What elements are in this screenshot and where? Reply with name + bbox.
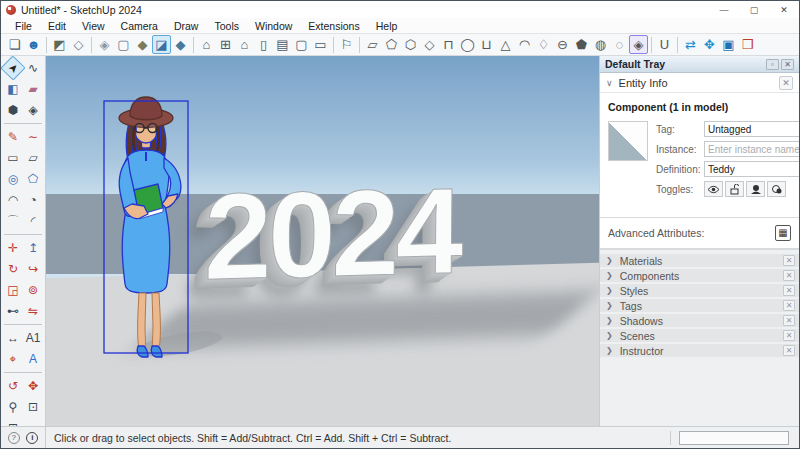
definition-input[interactable]	[704, 161, 800, 177]
section-close-button[interactable]: ✕	[783, 315, 795, 326]
section-materials[interactable]: ❯ Materials ✕	[600, 254, 799, 269]
style-wireframe-icon[interactable]: ◇	[69, 35, 88, 54]
menu-file[interactable]: File	[7, 20, 40, 32]
menu-draw[interactable]: Draw	[166, 20, 207, 32]
minimize-button[interactable]: —	[709, 1, 739, 18]
shape-crystal-icon[interactable]: ◈	[629, 35, 648, 54]
component-teddy[interactable]	[94, 94, 224, 366]
style-textured-icon[interactable]: ◪	[152, 35, 171, 54]
locked-toggle[interactable]	[725, 181, 744, 197]
entity-info-header[interactable]: ∨ Entity Info ✕	[600, 73, 799, 93]
component-cabinet-icon[interactable]: ▤	[273, 35, 292, 54]
zoom-tool[interactable]: ⚲	[4, 398, 22, 416]
shape-torus-icon[interactable]: ⊖	[553, 35, 572, 54]
shape-gem-icon[interactable]: ♢	[534, 35, 553, 54]
move-tool[interactable]: ✛	[4, 239, 22, 257]
component-frame-icon[interactable]: ▭	[311, 35, 330, 54]
three-d-text-tool[interactable]: A	[24, 350, 42, 368]
shape-geosphere-icon[interactable]: ◍	[591, 35, 610, 54]
arc-tool[interactable]: ◠	[4, 191, 22, 209]
hide-similar-toggle[interactable]	[767, 181, 786, 197]
tray-close-button[interactable]: ✕	[781, 59, 794, 70]
advanced-attributes-button[interactable]: ▦	[775, 225, 791, 241]
zoom-window-tool[interactable]: ⊡	[24, 398, 42, 416]
style-shaded-icon[interactable]: ◩	[50, 35, 69, 54]
shape-mesh-sphere-icon[interactable]: ◌	[610, 35, 629, 54]
component-blank-icon[interactable]: ▢	[292, 35, 311, 54]
text-tool[interactable]: A1	[24, 329, 42, 347]
push-pull-tool[interactable]: ↥	[24, 239, 42, 257]
component-window-icon[interactable]: ⊞	[216, 35, 235, 54]
axes-tool[interactable]: ⌖	[4, 350, 22, 368]
tape-measure-tool[interactable]: ⊷	[4, 302, 22, 320]
circle-tool[interactable]: ◎	[4, 170, 22, 188]
info-icon[interactable]: i	[26, 432, 38, 444]
section-close-button[interactable]: ✕	[783, 270, 795, 281]
rotate-tool[interactable]: ↻	[4, 260, 22, 278]
style-monochrome-icon[interactable]: ◆	[171, 35, 190, 54]
shape-diamond-icon[interactable]: ◇	[420, 35, 439, 54]
menu-extensions[interactable]: Extensions	[300, 20, 367, 32]
sign-in-icon[interactable]: ☻	[24, 35, 43, 54]
send-to-layout-icon[interactable]: ❒	[738, 35, 757, 54]
measurements-input[interactable]	[679, 431, 789, 445]
maximize-button[interactable]: ▢	[739, 1, 769, 18]
two-point-arc-tool[interactable]: ⌒	[4, 212, 22, 230]
entity-info-close-button[interactable]: ✕	[779, 76, 793, 90]
shape-dome-icon[interactable]: ◠	[515, 35, 534, 54]
flip-icon[interactable]: ⇄	[681, 35, 700, 54]
follow-me-tool[interactable]: ↪	[24, 260, 42, 278]
component-door-icon[interactable]: ▯	[254, 35, 273, 54]
tag-dropdown[interactable]: Untagged ▾	[704, 121, 800, 137]
tray-pin-button[interactable]: ▫	[766, 59, 779, 70]
shape-prism-icon[interactable]: ⬡	[401, 35, 420, 54]
geolocation-status-icon[interactable]: ?	[8, 432, 20, 444]
menu-camera[interactable]: Camera	[113, 20, 166, 32]
shapes-tool[interactable]: ⬢	[4, 101, 22, 119]
close-button[interactable]: ✕	[769, 1, 799, 18]
menu-window[interactable]: Window	[247, 20, 300, 32]
tag-tool[interactable]: ◈	[24, 101, 42, 119]
style-xray-icon[interactable]: ◈	[95, 35, 114, 54]
pan-tool[interactable]: ✥	[24, 377, 42, 395]
paint-bucket-tool[interactable]: ◧	[4, 80, 22, 98]
section-tags[interactable]: ❯ Tags ✕	[600, 299, 799, 314]
flip-tool[interactable]: ⇋	[24, 302, 42, 320]
shape-polyhedron-icon[interactable]: ⬟	[572, 35, 591, 54]
three-point-arc-tool[interactable]: ◜	[24, 212, 42, 230]
model-3d-text[interactable]: 2024	[203, 161, 460, 308]
instance-input[interactable]	[704, 141, 800, 157]
section-close-button[interactable]: ✕	[783, 285, 795, 296]
orbit-tool[interactable]: ↺	[4, 377, 22, 395]
geolocation-icon[interactable]: ⚐	[337, 35, 356, 54]
section-scenes[interactable]: ❯ Scenes ✕	[600, 329, 799, 344]
shape-cylinder-icon[interactable]: ⊔	[477, 35, 496, 54]
section-shadows[interactable]: ❯ Shadows ✕	[600, 314, 799, 329]
component-house-icon[interactable]: ⌂	[235, 35, 254, 54]
offset-tool[interactable]: ⊚	[24, 281, 42, 299]
select-tool[interactable]: ➤	[0, 55, 25, 80]
shape-slab-icon[interactable]: ▱	[363, 35, 382, 54]
shape-cone-icon[interactable]: △	[496, 35, 515, 54]
menu-edit[interactable]: Edit	[40, 20, 74, 32]
section-components[interactable]: ❯ Components ✕	[600, 269, 799, 284]
menu-view[interactable]: View	[74, 20, 113, 32]
hide-rest-toggle[interactable]	[746, 181, 765, 197]
section-close-button[interactable]: ✕	[783, 330, 795, 341]
rotated-rectangle-tool[interactable]: ▱	[24, 149, 42, 167]
rotate-gizmo-icon[interactable]: ✥	[700, 35, 719, 54]
component-barn-icon[interactable]: ⌂	[197, 35, 216, 54]
style-hidden-line-icon[interactable]: ▢	[114, 35, 133, 54]
style-shaded-solid-icon[interactable]: ◆	[133, 35, 152, 54]
section-instructor[interactable]: ❯ Instructor ✕	[600, 344, 799, 359]
model-viewport[interactable]: 2024	[46, 56, 599, 428]
new-model-icon[interactable]: ❏	[5, 35, 24, 54]
line-tool[interactable]: ✎	[4, 128, 22, 146]
collapse-chevron-icon[interactable]: ∨	[606, 78, 613, 88]
shape-sphere-icon[interactable]: ◯	[458, 35, 477, 54]
shape-cup-icon[interactable]: ⊓	[439, 35, 458, 54]
menu-tools[interactable]: Tools	[206, 20, 247, 32]
rectangle-tool[interactable]: ▭	[4, 149, 22, 167]
lasso-tool[interactable]: ∿	[24, 59, 42, 77]
freehand-tool[interactable]: ∼	[24, 128, 42, 146]
